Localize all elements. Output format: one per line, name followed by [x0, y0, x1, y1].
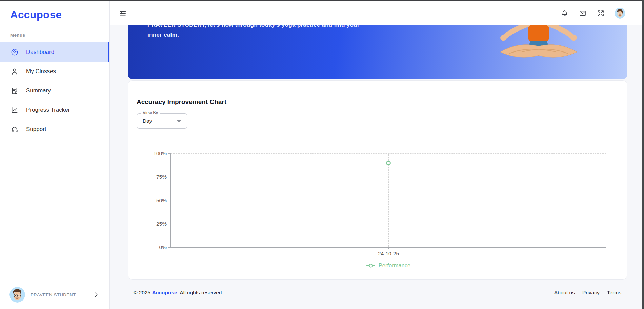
sidebar: Accupose Menus Dashboard	[0, 1, 110, 309]
window-top-edge	[0, 0, 644, 1]
document-check-icon	[11, 87, 19, 95]
gauge-icon	[11, 48, 19, 56]
mail-icon[interactable]	[579, 9, 587, 17]
y-axis-tick	[168, 153, 171, 154]
y-gridline	[171, 153, 606, 154]
footer-links: About us Privacy Terms	[554, 290, 621, 296]
y-axis-tick	[168, 224, 171, 224]
sidebar-item-label: Dashboard	[26, 49, 54, 56]
person-icon	[11, 67, 19, 76]
sidebar-section-label: Menus	[10, 33, 109, 38]
topbar-actions	[561, 8, 625, 19]
sidebar-item-progress-tracker[interactable]: Progress Tracker	[0, 100, 109, 120]
headphones-icon	[11, 125, 19, 133]
view-by-label: View By	[141, 110, 160, 115]
y-gridline	[171, 224, 606, 224]
accuracy-chart-card: Accuracy Improvement Chart View By Day 2…	[128, 80, 627, 280]
app-window: Accupose Menus Dashboard	[0, 0, 644, 309]
copyright-prefix: © 2025	[134, 290, 152, 295]
y-axis-label: 0%	[129, 244, 167, 250]
copyright: © 2025 Accupose. All rights reserved.	[134, 290, 223, 296]
y-gridline	[171, 201, 606, 201]
chart-legend[interactable]: Performance	[171, 262, 606, 269]
welcome-banner: PRAVEEN STUDENT, let's flow through toda…	[128, 25, 627, 79]
welcome-message-line2: inner calm.	[147, 30, 391, 40]
user-name: PRAVEEN STUDENT	[31, 292, 76, 297]
legend-series-name: Performance	[379, 262, 410, 269]
y-axis-tick	[168, 201, 171, 201]
notification-bell-icon[interactable]	[561, 9, 569, 17]
memoji-avatar	[9, 287, 25, 303]
sidebar-item-label: My Classes	[26, 68, 56, 75]
chevron-right-icon[interactable]	[93, 291, 100, 298]
topbar	[110, 1, 642, 25]
y-axis-label: 50%	[129, 198, 167, 204]
chart-title: Accuracy Improvement Chart	[137, 98, 226, 106]
fullscreen-icon[interactable]	[597, 9, 605, 17]
person-in-lotus-position-icon	[495, 25, 580, 79]
footer-link-terms[interactable]: Terms	[607, 290, 621, 296]
accuracy-line-chart: 24-10-25 Performance 100%75%50%25%0%	[170, 153, 606, 248]
sidebar-user-box[interactable]: PRAVEEN STUDENT	[0, 281, 109, 309]
y-axis-label: 25%	[129, 221, 167, 227]
footer-link-about-us[interactable]: About us	[554, 290, 575, 296]
y-axis-tick	[168, 177, 171, 177]
chart-line-icon	[11, 106, 19, 114]
footer-link-privacy[interactable]: Privacy	[582, 290, 600, 296]
footer: © 2025 Accupose. All rights reserved. Ab…	[128, 280, 627, 296]
legend-line-marker-icon	[366, 265, 375, 266]
welcome-message-line1: PRAVEEN STUDENT, let's flow through toda…	[147, 25, 391, 30]
sidebar-item-my-classes[interactable]: My Classes	[0, 62, 109, 81]
user-avatar[interactable]	[615, 8, 625, 19]
chart-data-point[interactable]	[386, 161, 391, 165]
view-by-select[interactable]: View By Day	[137, 113, 187, 129]
view-by-selected-value: Day	[143, 118, 152, 124]
y-gridline	[171, 177, 606, 177]
footer-brand-link[interactable]: Accupose	[152, 290, 177, 295]
main-content: PRAVEEN STUDENT, let's flow through toda…	[110, 25, 642, 309]
x-axis-tick	[388, 247, 389, 249]
y-axis-tick	[168, 247, 171, 248]
y-axis-label: 100%	[129, 150, 167, 157]
copyright-suffix: . All rights reserved.	[177, 290, 223, 295]
sidebar-item-support[interactable]: Support	[0, 120, 109, 139]
x-axis-label: 24-10-25	[378, 251, 399, 257]
sidebar-item-summary[interactable]: Summary	[0, 81, 109, 100]
chevron-down-icon	[177, 120, 181, 123]
sidebar-item-label: Summary	[26, 87, 51, 94]
welcome-message: PRAVEEN STUDENT, let's flow through toda…	[147, 25, 391, 40]
app-logo[interactable]: Accupose	[0, 1, 109, 21]
sidebar-item-label: Progress Tracker	[26, 107, 70, 114]
window-right-edge[interactable]	[642, 0, 644, 309]
sidebar-item-dashboard[interactable]: Dashboard	[0, 42, 109, 62]
sidebar-nav: Dashboard My Classes	[0, 42, 109, 139]
sidebar-collapse-icon[interactable]	[119, 9, 127, 17]
y-axis-label: 75%	[129, 174, 167, 180]
sidebar-item-label: Support	[26, 126, 46, 133]
